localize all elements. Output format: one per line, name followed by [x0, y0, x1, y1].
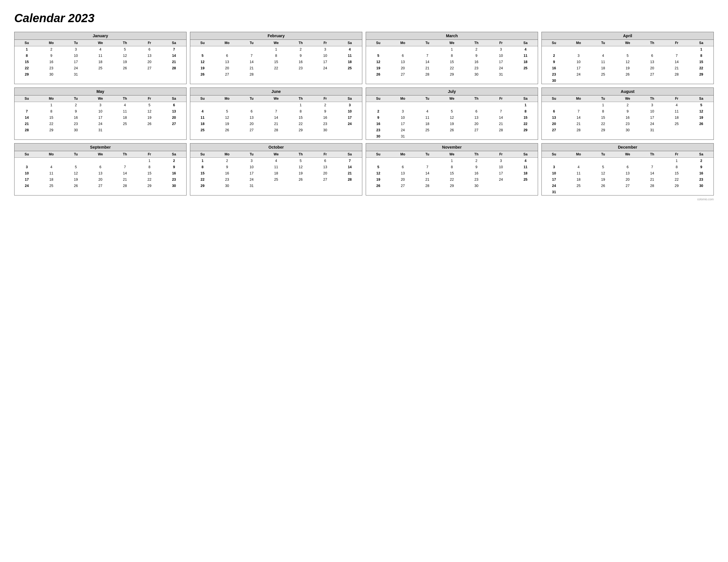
day-cell: 6 — [640, 53, 664, 59]
day-cell: 11 — [566, 170, 591, 177]
week-row: 567891011 — [366, 53, 538, 59]
week-row: 16171819202122 — [366, 121, 538, 127]
day-cell: 14 — [489, 115, 513, 121]
day-cell: 4 — [513, 158, 538, 164]
day-header: We — [88, 96, 113, 102]
day-cell: 5 — [366, 53, 390, 59]
day-header: Mo — [390, 151, 415, 158]
day-cell: 9 — [615, 108, 640, 115]
day-cell: 25 — [190, 127, 215, 133]
day-header: Sa — [338, 96, 362, 102]
day-cell — [313, 183, 337, 189]
day-cell: 2 — [464, 46, 489, 53]
day-cell: 19 — [190, 65, 215, 71]
day-cell: 18 — [513, 59, 538, 65]
day-cell: 24 — [489, 177, 513, 183]
week-row: 12131415161718 — [190, 59, 362, 65]
day-cell: 11 — [513, 53, 538, 59]
day-header: Su — [190, 151, 215, 158]
day-cell: 29 — [288, 127, 313, 133]
day-cell: 25 — [88, 65, 113, 71]
day-cell: 12 — [64, 170, 88, 177]
day-header: Mo — [566, 96, 591, 102]
day-cell: 15 — [689, 59, 713, 65]
day-cell: 4 — [664, 102, 689, 109]
day-header: Su — [542, 96, 566, 102]
week-row: 22232425262728 — [15, 65, 186, 71]
week-row: 31 — [542, 189, 713, 195]
day-cell: 6 — [390, 164, 415, 170]
day-cell: 7 — [566, 108, 591, 115]
day-cell — [615, 46, 640, 53]
day-cell: 30 — [64, 127, 88, 133]
day-header: Tu — [591, 151, 615, 158]
day-cell: 6 — [162, 102, 186, 109]
day-cell: 12 — [366, 59, 390, 65]
day-cell: 6 — [88, 164, 113, 170]
day-cell: 20 — [162, 115, 186, 121]
day-cell: 30 — [615, 127, 640, 133]
day-cell: 28 — [239, 71, 264, 78]
day-cell: 26 — [113, 65, 137, 71]
day-cell: 17 — [566, 65, 591, 71]
day-cell: 25 — [264, 177, 288, 183]
day-cell: 20 — [542, 121, 566, 127]
day-cell: 3 — [640, 102, 664, 109]
day-cell: 22 — [137, 177, 162, 183]
day-cell: 3 — [489, 158, 513, 164]
day-cell: 18 — [113, 115, 137, 121]
day-cell: 19 — [137, 115, 162, 121]
day-cell: 4 — [415, 108, 440, 115]
month-table: SuMoTuWeThFrSa12345678910111213141516171… — [542, 96, 713, 133]
day-cell: 2 — [313, 102, 337, 109]
day-cell: 10 — [239, 164, 264, 170]
day-cell: 23 — [615, 121, 640, 127]
day-cell: 13 — [542, 115, 566, 121]
day-cell: 16 — [162, 170, 186, 177]
day-cell: 16 — [64, 115, 88, 121]
day-cell: 28 — [415, 71, 440, 78]
calendar-grid: JanuarySuMoTuWeThFrSa1234567891011121314… — [14, 32, 714, 196]
day-cell: 1 — [39, 102, 63, 109]
day-cell: 24 — [338, 121, 362, 127]
day-cell — [162, 71, 186, 78]
day-header: Fr — [137, 96, 162, 102]
day-cell: 28 — [113, 183, 137, 189]
day-cell: 29 — [591, 127, 615, 133]
day-cell: 11 — [264, 164, 288, 170]
day-header: Fr — [664, 96, 689, 102]
week-row: 19202122232425 — [366, 65, 538, 71]
day-cell: 11 — [513, 164, 538, 170]
day-cell: 19 — [215, 121, 239, 127]
day-cell: 13 — [313, 164, 337, 170]
month-table: SuMoTuWeThFrSa12345678910111213141516171… — [542, 151, 713, 195]
month-block-april: AprilSuMoTuWeThFrSa123456789101112131415… — [541, 32, 714, 84]
day-cell: 1 — [689, 46, 713, 53]
day-cell: 5 — [615, 53, 640, 59]
day-header: Tu — [415, 96, 440, 102]
day-cell — [190, 46, 215, 53]
day-header: Mo — [390, 96, 415, 102]
day-cell: 7 — [415, 164, 440, 170]
day-header: Sa — [162, 151, 186, 158]
day-cell: 26 — [591, 183, 615, 189]
day-cell: 23 — [542, 71, 566, 78]
day-cell: 7 — [415, 53, 440, 59]
day-cell: 14 — [264, 115, 288, 121]
week-row: 28293031 — [15, 127, 186, 133]
day-header: Su — [15, 151, 39, 158]
week-row: 12131415161718 — [366, 59, 538, 65]
day-cell: 24 — [313, 65, 337, 71]
day-cell: 16 — [464, 170, 489, 177]
week-row: 22232425262728 — [190, 177, 362, 183]
day-cell: 18 — [415, 121, 440, 127]
day-cell: 6 — [239, 108, 264, 115]
day-cell: 4 — [113, 102, 137, 109]
day-cell — [215, 102, 239, 109]
day-cell: 19 — [113, 59, 137, 65]
day-cell: 6 — [390, 53, 415, 59]
day-cell: 10 — [88, 108, 113, 115]
week-row: 1234 — [366, 46, 538, 53]
day-cell: 16 — [615, 115, 640, 121]
week-row: 12 — [542, 158, 713, 164]
